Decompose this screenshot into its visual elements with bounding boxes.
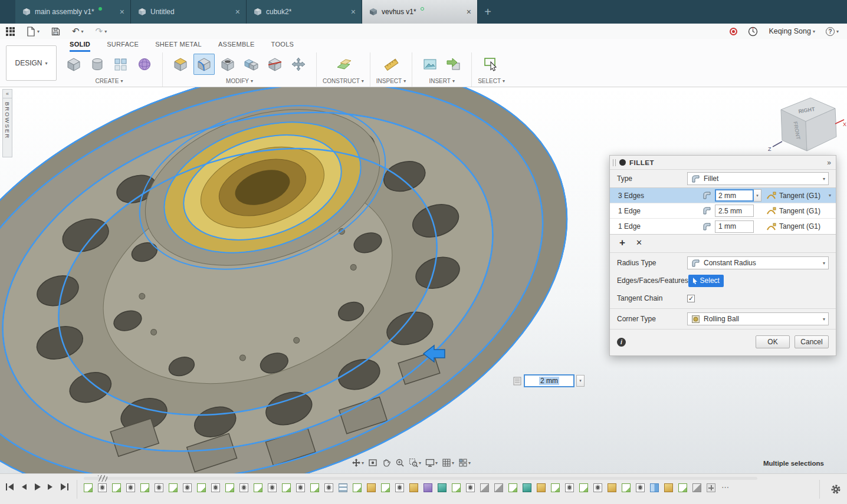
group-label-construct[interactable]: CONSTRUCT [323,78,364,84]
step-back-button[interactable] [20,482,28,492]
timeline-feature-sketch[interactable] [282,483,291,492]
timeline-feature-sketch[interactable] [353,483,362,492]
timeline-feature-chamfer[interactable] [692,483,701,492]
step-forward-button[interactable] [46,482,54,492]
group-label-create[interactable]: CREATE [96,78,123,84]
type-dropdown[interactable]: Fillet [687,172,829,185]
ok-button[interactable]: OK [756,335,790,348]
browser-panel-collapsed[interactable]: BROWSER [2,89,12,157]
timeline-feature-fillet[interactable] [664,483,673,492]
timeline-position-marker[interactable] [98,475,107,482]
go-to-start-button[interactable] [5,482,15,492]
timeline-feature-hole[interactable] [593,483,602,492]
timeline-feature-hole[interactable] [296,483,305,492]
pattern-button[interactable] [110,54,132,75]
document-tab-main-assembly[interactable]: main assembly v1* [15,0,131,24]
split-body-button[interactable] [264,54,285,75]
info-icon[interactable] [617,338,626,347]
expand-dialog-icon[interactable] [827,159,831,167]
timeline-feature-sketch[interactable] [169,483,178,492]
corner-type-dropdown[interactable]: Rolling Ball [687,312,829,325]
create-form-button[interactable] [134,54,155,75]
timeline-feature-fillet[interactable] [537,483,546,492]
document-tab-cubuk2[interactable]: cubuk2* [247,0,362,24]
go-to-end-button[interactable] [59,482,70,492]
timeline-scroll-track[interactable] [84,477,757,480]
app-launcher-button[interactable] [6,27,15,36]
close-tab-icon[interactable] [120,8,124,16]
timeline-feature-mirror[interactable] [650,483,659,492]
radius-input[interactable]: 2.5 mm [715,205,754,217]
timeline-feature-sketch[interactable] [622,483,631,492]
new-box-button[interactable] [63,54,84,75]
drag-grip-icon[interactable] [613,159,616,166]
shell-button[interactable] [217,54,238,75]
undo-button[interactable] [72,26,84,37]
file-menu-button[interactable] [27,27,40,37]
new-tab-button[interactable]: + [478,0,498,24]
document-tab-untitled[interactable]: Untitled [131,0,247,24]
edge-set-row[interactable]: 1 Edge 2.5 mm Tangent (G1) [610,203,836,219]
timeline-feature-hole[interactable] [183,483,192,492]
timeline-feature-shell[interactable] [523,483,531,492]
redo-button[interactable] [96,26,107,37]
tab-sheet-metal[interactable]: SHEET METAL [155,41,202,52]
record-button[interactable] [730,28,737,35]
timeline-feature-sketch[interactable] [112,483,121,492]
timeline-feature-hole[interactable] [565,483,574,492]
user-account-button[interactable]: Keqing Song [769,27,815,35]
timeline-feature-sketch[interactable] [254,483,262,492]
add-edge-set-button[interactable] [619,238,625,248]
timeline-feature-sketch[interactable] [84,483,93,492]
radius-dropdown-icon[interactable] [754,189,761,202]
tangent-chain-checkbox[interactable] [687,295,695,302]
timeline-feature-chamfer[interactable] [480,483,489,492]
group-label-inspect[interactable]: INSPECT [376,78,406,84]
group-label-select[interactable]: SELECT [478,78,505,84]
construct-plane-button[interactable] [333,54,354,75]
timeline-feature-chamfer[interactable] [494,483,503,492]
timeline-feature-sketch[interactable] [310,483,319,492]
timeline-feature-fillet[interactable] [367,483,376,492]
timeline-feature-hole[interactable] [155,483,163,492]
timeline-feature-hole[interactable] [239,483,248,492]
timeline-feature-fillet[interactable] [608,483,616,492]
timeline-feature-sketch[interactable] [678,483,687,492]
timeline-feature-hole[interactable] [395,483,404,492]
display-settings-button[interactable] [425,458,438,467]
select-button[interactable]: Select [688,275,724,287]
timeline-feature-sketch[interactable] [140,483,149,492]
combine-button[interactable] [241,54,262,75]
view-cube[interactable]: RIGHT FRONT X Z [764,90,847,157]
close-tab-icon[interactable] [467,8,471,16]
timeline-feature-hole[interactable] [324,483,333,492]
timeline-feature-sketch[interactable] [197,483,206,492]
select-tool-button[interactable] [481,54,502,75]
timeline-feature-move[interactable] [707,483,715,492]
new-cylinder-button[interactable] [87,54,108,75]
remove-edge-set-button[interactable] [636,239,642,246]
timeline-feature-dots[interactable] [721,483,730,492]
fillet-button[interactable] [193,54,215,75]
insert-mesh-button[interactable] [443,54,464,75]
radius-input[interactable]: 1 mm [715,220,754,233]
viewports-button[interactable] [458,458,471,467]
save-button[interactable] [51,27,60,36]
radius-type-dropdown[interactable]: Constant Radius [687,256,829,269]
timeline-feature-sketch[interactable] [579,483,588,492]
press-pull-button[interactable] [170,54,191,75]
radius-input[interactable]: 2 mm [715,189,754,202]
grid-snap-button[interactable] [442,458,454,467]
measure-button[interactable] [380,54,402,75]
dimension-dropdown-icon[interactable] [576,375,585,387]
group-label-modify[interactable]: MODIFY [226,78,253,84]
timeline-feature-hole[interactable] [268,483,277,492]
close-tab-icon[interactable] [351,8,356,16]
timeline-feature-sketch[interactable] [551,483,560,492]
play-button[interactable] [33,482,41,492]
cancel-button[interactable]: Cancel [795,335,829,348]
edge-set-row[interactable]: 1 Edge 1 mm Tangent (G1) [610,219,836,234]
zoom-window-button[interactable] [409,458,421,467]
edge-set-row[interactable]: 3 Edges 2 mm Tangent (G1) [610,188,836,203]
model-viewport[interactable]: BROWSER RIGHT FRONT X Z FILLET Type [0,87,847,473]
